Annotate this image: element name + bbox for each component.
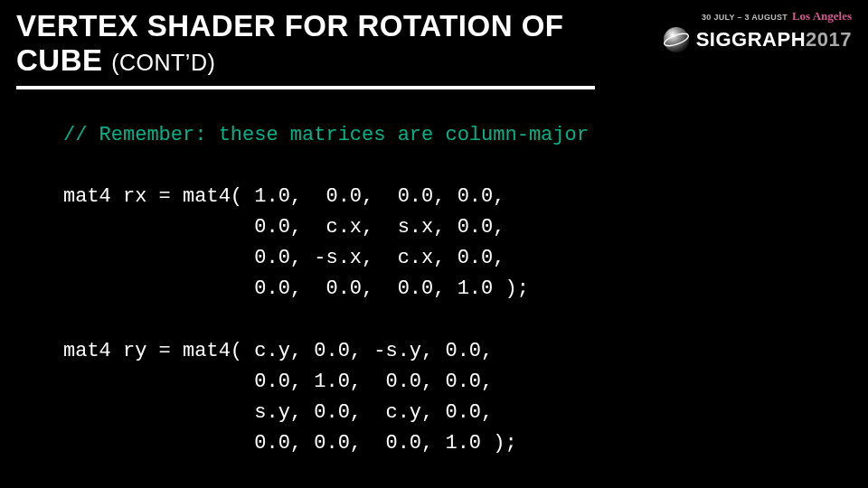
brand-name: SIGGRAPH: [696, 28, 806, 51]
title-line-1: VERTEX SHADER FOR ROTATION OF: [16, 9, 615, 43]
slide-title: VERTEX SHADER FOR ROTATION OF CUBE (CONT…: [16, 9, 615, 78]
rx-row-1: mat4 rx = mat4( 1.0, 0.0, 0.0, 0.0,: [63, 185, 505, 208]
rx-row-2: 0.0, c.x, s.x, 0.0,: [63, 216, 505, 239]
siggraph-orb-icon: [662, 25, 691, 54]
city-text: Los Angeles: [792, 9, 852, 23]
dates-text: 30 JULY – 3 AUGUST: [702, 13, 788, 22]
siggraph-wordmark: SIGGRAPH2017: [696, 28, 852, 52]
ry-row-3: s.y, 0.0, c.y, 0.0,: [63, 401, 493, 424]
code-comment: // Remember: these matrices are column-m…: [63, 124, 589, 146]
conference-dates: 30 JULY – 3 AUGUST Los Angeles: [617, 9, 852, 23]
rx-row-3: 0.0, -s.x, c.x, 0.0,: [63, 247, 505, 269]
ry-row-4: 0.0, 0.0, 0.0, 1.0 );: [63, 432, 517, 455]
logo-row: SIGGRAPH2017: [617, 25, 852, 54]
slide: VERTEX SHADER FOR ROTATION OF CUBE (CONT…: [0, 0, 868, 488]
rx-row-4: 0.0, 0.0, 0.0, 1.0 );: [63, 277, 529, 300]
conference-brand: 30 JULY – 3 AUGUST Los Angeles SIGGRAPH2…: [617, 9, 852, 80]
header-divider: [16, 86, 595, 89]
title-line-2: CUBE (CONT’D): [16, 43, 615, 78]
title-cube: CUBE: [16, 43, 111, 77]
title-contd: (CONT’D): [111, 50, 215, 75]
ry-row-2: 0.0, 1.0, 0.0, 0.0,: [63, 371, 493, 393]
brand-year: 2017: [806, 28, 852, 51]
ry-row-1: mat4 ry = mat4( c.y, 0.0, -s.y, 0.0,: [63, 340, 493, 362]
code-block: // Remember: these matrices are column-m…: [63, 120, 589, 459]
